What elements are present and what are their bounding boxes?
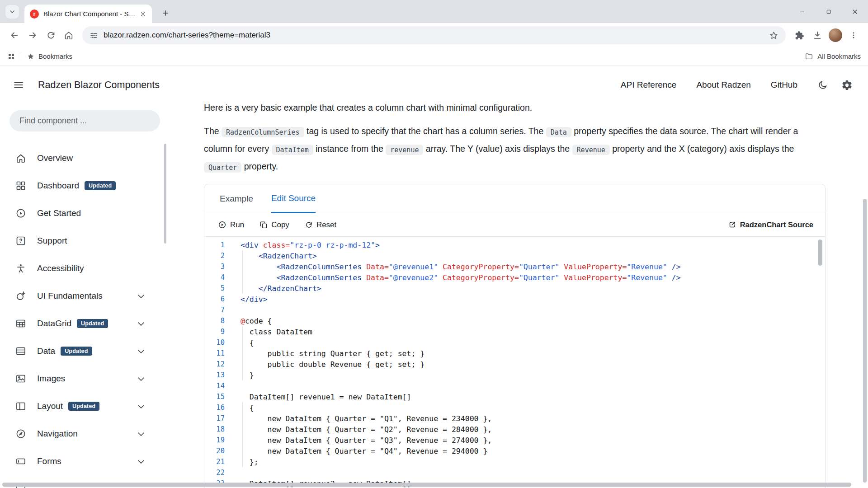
window-minimize-button[interactable] bbox=[789, 0, 816, 23]
code-line: 2 <RadzenChart> bbox=[204, 250, 825, 261]
browser-tab[interactable]: r Blazor Chart Component - Series bbox=[24, 5, 152, 23]
line-number: 4 bbox=[204, 273, 241, 282]
inline-code-chip: Data bbox=[546, 127, 571, 137]
sidebar-item-dashboard[interactable]: DashboardUpdated bbox=[0, 172, 176, 199]
code-editor[interactable]: 1<div class="rz-p-0 rz-p-md-12">2 <Radze… bbox=[204, 237, 825, 488]
page-vertical-scrollbar[interactable] bbox=[863, 199, 867, 483]
updated-badge: Updated bbox=[77, 319, 108, 328]
code-line: 8@code { bbox=[204, 315, 825, 326]
copy-button[interactable]: Copy bbox=[259, 221, 289, 230]
line-number: 2 bbox=[204, 252, 241, 260]
settings-gear-icon[interactable] bbox=[841, 80, 853, 91]
nav-about-radzen[interactable]: About Radzen bbox=[696, 80, 750, 90]
radzenchart-source-link[interactable]: RadzenChart Source bbox=[728, 221, 813, 229]
sidebar-item-label: DataGrid bbox=[37, 319, 71, 328]
sidebar-item-forms[interactable]: Forms bbox=[0, 447, 176, 475]
home-button[interactable] bbox=[60, 26, 78, 44]
forward-button[interactable] bbox=[24, 26, 42, 44]
sidebar-item-get-started[interactable]: Get Started bbox=[0, 199, 176, 227]
component-search-input[interactable] bbox=[9, 110, 160, 131]
back-button[interactable] bbox=[5, 26, 24, 44]
navigation-icon bbox=[15, 428, 26, 439]
code-editor-scrollbar[interactable] bbox=[818, 239, 822, 266]
sidebar-item-datagrid[interactable]: DataGridUpdated bbox=[0, 310, 176, 337]
dark-mode-moon-icon[interactable] bbox=[817, 80, 828, 90]
line-number: 10 bbox=[204, 338, 241, 347]
tab-search-button[interactable] bbox=[5, 5, 19, 19]
all-bookmarks-label[interactable]: All Bookmarks bbox=[817, 52, 861, 60]
inline-code-chip: revenue bbox=[386, 145, 423, 155]
line-number: 11 bbox=[204, 349, 241, 357]
code-line: 7 bbox=[204, 305, 825, 315]
sidebar-item-navigation[interactable]: Navigation bbox=[0, 420, 176, 447]
sidebar-item-images[interactable]: Images bbox=[0, 365, 176, 392]
line-number: 18 bbox=[204, 425, 241, 433]
site-settings-icon[interactable] bbox=[90, 31, 98, 40]
sidebar-item-layout[interactable]: LayoutUpdated bbox=[0, 392, 176, 420]
downloads-icon[interactable] bbox=[808, 26, 826, 44]
sidebar-scrollbar[interactable] bbox=[164, 144, 166, 244]
sidebar-item-accessibility[interactable]: Accessibility bbox=[0, 254, 176, 282]
sidebar-item-data[interactable]: DataUpdated bbox=[0, 337, 176, 365]
line-number: 1 bbox=[204, 241, 241, 249]
bookmarks-bar: Bookmarks All Bookmarks bbox=[0, 47, 868, 66]
line-number: 6 bbox=[204, 295, 241, 303]
svg-text:?: ? bbox=[19, 238, 22, 244]
sidebar-item-ui-fundamentals[interactable]: UI Fundamentals bbox=[0, 282, 176, 310]
code-toolbar: Run Copy Reset RadzenChart Source bbox=[204, 213, 825, 237]
line-number: 12 bbox=[204, 360, 241, 368]
tab-close-icon[interactable] bbox=[138, 9, 147, 19]
indent-guide bbox=[242, 402, 243, 467]
code-line: 21 }; bbox=[204, 456, 825, 467]
chevron-down-icon bbox=[136, 346, 146, 356]
nav-api-reference[interactable]: API Reference bbox=[621, 80, 677, 90]
radzen-favicon-icon: r bbox=[30, 9, 39, 19]
accessibility-icon bbox=[15, 263, 26, 274]
description-paragraph: The RadzenColumnSeries tag is used to sp… bbox=[204, 123, 826, 176]
menu-icon[interactable] bbox=[13, 79, 24, 91]
window-maximize-button[interactable] bbox=[816, 0, 842, 23]
browser-menu-icon[interactable] bbox=[844, 26, 863, 44]
reload-button[interactable] bbox=[42, 26, 60, 44]
site-title[interactable]: Radzen Blazor Components bbox=[38, 80, 160, 91]
code-line: 13 } bbox=[204, 370, 825, 380]
updated-badge: Updated bbox=[61, 347, 92, 356]
line-number: 3 bbox=[204, 263, 241, 271]
apps-grid-icon[interactable] bbox=[7, 52, 15, 61]
sidebar: OverviewDashboardUpdatedGet Started?Supp… bbox=[0, 104, 176, 488]
bookmark-star-icon[interactable] bbox=[769, 31, 778, 40]
address-bar[interactable]: blazor.radzen.com/chart-series?theme=mat… bbox=[82, 26, 786, 44]
run-button[interactable]: Run bbox=[218, 221, 244, 230]
bookmark-item-star-icon[interactable] bbox=[27, 52, 35, 61]
line-number: 7 bbox=[204, 306, 241, 314]
reset-button[interactable]: Reset bbox=[305, 221, 336, 230]
code-line: 12 public double Revenue { get; set; } bbox=[204, 359, 825, 370]
profile-avatar[interactable] bbox=[829, 28, 842, 42]
bookmarks-label[interactable]: Bookmarks bbox=[38, 52, 72, 60]
datagrid-icon bbox=[15, 318, 26, 329]
code-line: 17 new DataItem { Quarter = "Q1", Revenu… bbox=[204, 413, 825, 424]
page-horizontal-scrollbar[interactable] bbox=[2, 483, 851, 487]
sidebar-item-label: Support bbox=[37, 236, 67, 246]
sidebar-item-label: Overview bbox=[37, 153, 73, 163]
url-text[interactable]: blazor.radzen.com/chart-series?theme=mat… bbox=[104, 31, 769, 40]
intro-text: Here is a very basic example that create… bbox=[204, 104, 826, 114]
copy-icon bbox=[259, 221, 268, 229]
tab-edit-source[interactable]: Edit Source bbox=[271, 184, 316, 213]
window-close-button[interactable] bbox=[842, 0, 868, 23]
code-line: 3 <RadzenColumnSeries Data="@revenue1" C… bbox=[204, 261, 825, 272]
new-tab-button[interactable] bbox=[158, 6, 173, 20]
code-line: 14 bbox=[204, 380, 825, 391]
inline-code-chip: Quarter bbox=[204, 162, 241, 173]
nav-github[interactable]: GitHub bbox=[771, 80, 797, 90]
sidebar-item-overview[interactable]: Overview bbox=[0, 144, 176, 172]
chevron-down-icon bbox=[9, 8, 16, 15]
reset-icon bbox=[305, 221, 313, 229]
target-icon bbox=[15, 291, 26, 301]
line-number: 21 bbox=[204, 458, 241, 466]
code-line: 6</div> bbox=[204, 294, 825, 305]
open-in-new-icon bbox=[728, 221, 736, 229]
tab-example[interactable]: Example bbox=[220, 184, 253, 213]
extensions-icon[interactable] bbox=[790, 26, 808, 44]
sidebar-item-support[interactable]: ?Support bbox=[0, 227, 176, 254]
